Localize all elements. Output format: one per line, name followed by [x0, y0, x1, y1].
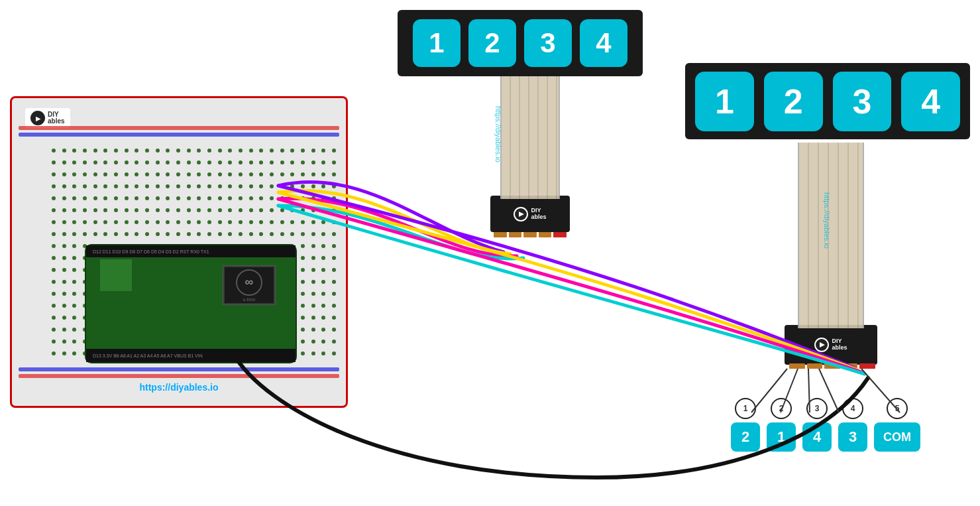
dot — [218, 208, 222, 212]
dot — [103, 208, 107, 212]
dot — [125, 172, 129, 176]
segment-digit-right-4: 4 — [901, 72, 960, 131]
dot — [72, 304, 76, 308]
dot — [135, 220, 138, 224]
dot — [311, 340, 315, 344]
dot — [125, 208, 129, 212]
dot — [135, 149, 138, 153]
dot — [52, 149, 56, 153]
dot — [290, 160, 294, 164]
svg-text:▶: ▶ — [36, 115, 41, 122]
dot — [301, 208, 305, 212]
dot — [62, 328, 66, 332]
connector-module-center: DIY ables — [490, 196, 570, 232]
dot — [332, 340, 336, 344]
dot — [145, 160, 149, 164]
dot — [249, 172, 253, 176]
dot — [207, 149, 211, 153]
dot — [114, 196, 118, 200]
dot — [103, 232, 107, 236]
dot — [301, 220, 305, 224]
dot — [228, 220, 232, 224]
watermark-right: https://diyables.io — [823, 192, 831, 249]
dot — [228, 172, 232, 176]
dot — [270, 232, 274, 236]
dot — [259, 149, 263, 153]
dot — [332, 160, 336, 164]
dot — [72, 292, 76, 296]
dot — [166, 160, 170, 164]
dot — [239, 196, 243, 200]
dot — [125, 232, 129, 236]
dot — [290, 149, 294, 153]
dot — [239, 220, 243, 224]
dot — [187, 184, 191, 188]
dot — [145, 232, 149, 236]
dot — [52, 340, 56, 344]
dot — [301, 244, 305, 248]
dot — [135, 184, 138, 188]
dot — [187, 172, 191, 176]
diyables-logo-center: DIY ables — [514, 207, 546, 221]
dot — [311, 256, 315, 260]
dot — [187, 220, 191, 224]
dot — [311, 280, 315, 284]
dot — [228, 149, 232, 153]
dot — [125, 184, 129, 188]
dot — [197, 172, 201, 176]
dot — [166, 196, 170, 200]
dot — [249, 160, 253, 164]
dot — [259, 196, 263, 200]
dot — [114, 220, 118, 224]
dot — [62, 149, 66, 153]
dot — [83, 149, 87, 153]
dot — [176, 160, 180, 164]
dot — [332, 232, 336, 236]
dot — [145, 208, 149, 212]
dot — [166, 172, 170, 176]
diy-icon-right — [814, 338, 829, 352]
dot — [270, 184, 274, 188]
dot — [103, 184, 107, 188]
dot — [311, 172, 315, 176]
segment-digit-2: 2 — [468, 19, 516, 67]
dot — [270, 172, 274, 176]
dot — [52, 220, 56, 224]
website-url: https://diyables.io — [139, 382, 218, 393]
pin-group-3: 3 4 — [802, 398, 832, 452]
dot — [332, 304, 336, 308]
dot — [83, 196, 87, 200]
dot — [156, 220, 160, 224]
dot — [62, 280, 66, 284]
dot — [103, 196, 107, 200]
dot — [52, 232, 56, 236]
dot — [145, 149, 149, 153]
dot — [52, 160, 56, 164]
dot — [239, 172, 243, 176]
dot — [290, 196, 294, 200]
dot — [72, 184, 76, 188]
dot — [176, 172, 180, 176]
pin-group-4: 4 3 — [838, 398, 867, 452]
pin-group-2: 2 1 — [767, 398, 796, 452]
dot — [218, 232, 222, 236]
dot — [301, 232, 305, 236]
segment-digit-4: 4 — [580, 19, 627, 67]
dot — [83, 232, 87, 236]
dot — [62, 208, 66, 212]
dot — [93, 220, 97, 224]
dot — [62, 268, 66, 272]
dot — [114, 149, 118, 153]
connector-pins-center — [494, 232, 567, 237]
dot — [270, 196, 274, 200]
dot — [52, 196, 56, 200]
dot — [62, 304, 66, 308]
dot — [301, 256, 305, 260]
dot — [321, 220, 325, 224]
dot — [114, 172, 118, 176]
dot — [311, 232, 315, 236]
dot — [321, 340, 325, 344]
dot — [62, 340, 66, 344]
dot — [259, 172, 263, 176]
dot — [62, 351, 66, 355]
